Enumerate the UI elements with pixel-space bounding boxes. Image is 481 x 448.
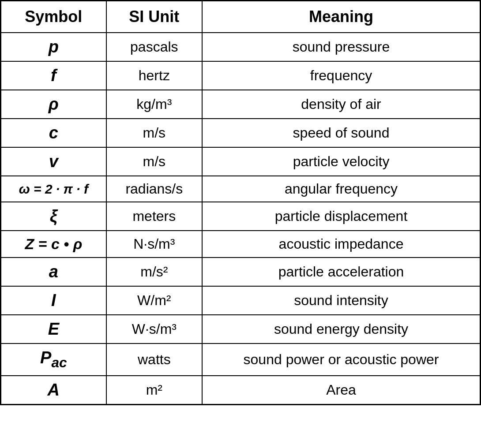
meaning-cell: particle displacement [202,202,480,231]
meaning-cell: particle acceleration [202,258,480,286]
symbol-cell: ρ [1,90,106,119]
si-unit-cell: N·s/m³ [106,231,202,258]
si-unit-cell: radians/s [106,176,202,202]
meaning-cell: density of air [202,90,480,119]
symbol-cell: I [1,286,106,315]
table-row: Pacwattssound power or acoustic power [1,343,481,376]
table-row: cm/sspeed of sound [1,119,481,147]
table-row: fhertzfrequency [1,61,481,90]
table-row: am/s²particle acceleration [1,258,481,286]
table-row: ω = 2 · π · fradians/sangular frequency [1,176,481,202]
symbol-cell: Pac [1,343,106,376]
meaning-cell: acoustic impedance [202,231,480,258]
meaning-cell: Area [202,376,480,405]
table-row: IW/m²sound intensity [1,286,481,315]
symbol-cell: f [1,61,106,90]
symbol-cell: ξ [1,202,106,231]
meaning-cell: angular frequency [202,176,480,202]
table-row: EW·s/m³sound energy density [1,315,481,343]
si-unit-cell: m/s [106,119,202,147]
si-unit-cell: hertz [106,61,202,90]
si-unit-cell: W/m² [106,286,202,315]
si-unit-cell: pascals [106,33,202,61]
symbol-cell: E [1,315,106,343]
si-unit-cell: meters [106,202,202,231]
meaning-cell: sound energy density [202,315,480,343]
si-unit-cell: m² [106,376,202,405]
table-container: Symbol SI Unit Meaning ppascalssound pre… [0,0,481,405]
meaning-cell: sound power or acoustic power [202,343,480,376]
symbol-cell: a [1,258,106,286]
meaning-cell: speed of sound [202,119,480,147]
si-unit-cell: kg/m³ [106,90,202,119]
table-row: ρkg/m³density of air [1,90,481,119]
si-unit-cell: m/s [106,147,202,176]
symbol-cell: p [1,33,106,61]
header-meaning: Meaning [202,1,480,33]
si-unit-cell: W·s/m³ [106,315,202,343]
symbol-cell: c [1,119,106,147]
header-si-unit: SI Unit [106,1,202,33]
meaning-cell: frequency [202,61,480,90]
acoustics-table: Symbol SI Unit Meaning ppascalssound pre… [0,0,481,405]
meaning-cell: particle velocity [202,147,480,176]
header-symbol: Symbol [1,1,106,33]
symbol-cell: v [1,147,106,176]
table-row: Am²Area [1,376,481,405]
symbol-cell: Z = c • ρ [1,231,106,258]
meaning-cell: sound intensity [202,286,480,315]
table-row: ξmetersparticle displacement [1,202,481,231]
si-unit-cell: watts [106,343,202,376]
meaning-cell: sound pressure [202,33,480,61]
symbol-cell: ω = 2 · π · f [1,176,106,202]
header-row: Symbol SI Unit Meaning [1,1,481,33]
table-row: Z = c • ρN·s/m³acoustic impedance [1,231,481,258]
table-row: vm/sparticle velocity [1,147,481,176]
table-row: ppascalssound pressure [1,33,481,61]
symbol-cell: A [1,376,106,405]
si-unit-cell: m/s² [106,258,202,286]
